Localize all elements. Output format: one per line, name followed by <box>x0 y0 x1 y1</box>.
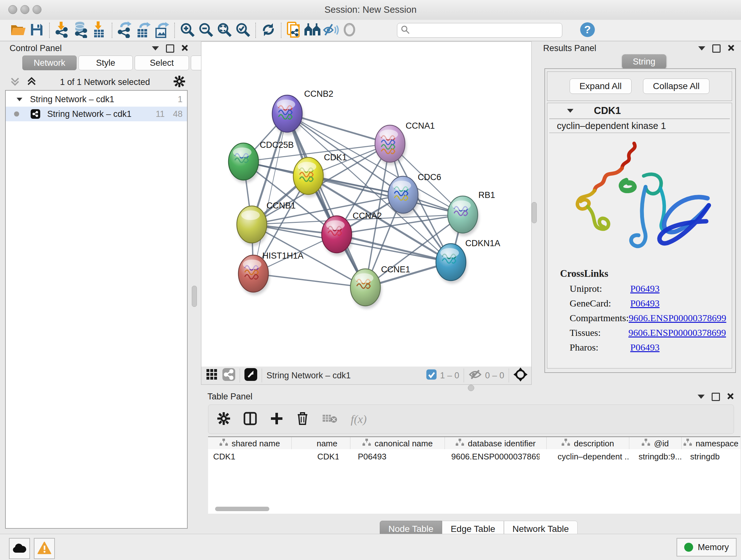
network-row-selected[interactable]: String Network – cdk1 11 48 <box>6 107 187 121</box>
show-columns-icon[interactable] <box>244 412 257 427</box>
column-header[interactable]: canonical name <box>350 437 445 450</box>
string-home-button[interactable] <box>303 22 322 39</box>
grid-view-icon[interactable] <box>206 368 218 383</box>
delete-column-icon[interactable] <box>296 412 309 427</box>
zoom-fit-button[interactable] <box>215 22 233 39</box>
tab-network[interactable]: Network <box>22 56 77 70</box>
collapse-all-networks-icon[interactable] <box>10 76 20 88</box>
zoom-out-button[interactable] <box>197 22 215 39</box>
crosslink-link[interactable]: 9606.ENSP00000378699 <box>629 313 726 323</box>
table-settings-gear-icon[interactable] <box>217 412 230 426</box>
column-header[interactable]: name <box>292 437 350 450</box>
hidden-count-badge: 0 – 0 <box>468 369 504 382</box>
gene-header[interactable]: CDK1 <box>547 103 732 118</box>
crosslink-link[interactable]: 9606.ENSP00000378699 <box>628 327 726 338</box>
birdseye-icon[interactable] <box>514 368 528 384</box>
crosslinks-list: Uniprot:P06493 GeneCard:P06493 Compartme… <box>569 281 726 355</box>
collapse-all-button[interactable]: Collapse All <box>643 78 710 94</box>
column-type-icon <box>219 439 228 449</box>
selected-checkbox-icon[interactable] <box>426 369 437 382</box>
network-node-HIST1H1A[interactable] <box>239 255 270 295</box>
network-node-CDC6[interactable] <box>388 176 419 216</box>
results-panel-menu-icon[interactable] <box>698 46 705 51</box>
warnings-button[interactable] <box>34 538 55 559</box>
table-hscrollbar[interactable] <box>208 507 740 514</box>
network-node-CCNE1[interactable] <box>350 269 382 309</box>
network-node-CCNB2[interactable] <box>272 95 304 135</box>
hidden-eye-icon <box>468 369 482 382</box>
ribbon-strand <box>621 180 635 191</box>
network-node-label: CDC6 <box>418 172 441 182</box>
zoom-selected-button[interactable] <box>233 22 252 39</box>
table-panel-close-icon[interactable] <box>727 393 734 401</box>
crosslink-link[interactable]: P06493 <box>630 283 660 294</box>
column-header[interactable]: database identifier <box>445 437 547 450</box>
results-panel-title: Results Panel <box>543 44 596 53</box>
save-icon <box>30 23 44 38</box>
network-node-CDKN1A[interactable] <box>436 244 467 284</box>
open-session-button[interactable] <box>9 22 27 39</box>
table-panel-float-icon[interactable] <box>712 393 720 401</box>
column-header[interactable]: shared name <box>208 437 292 450</box>
import-network-database-button[interactable] <box>71 22 90 39</box>
gene-collapse-icon[interactable] <box>567 109 574 113</box>
import-network-file-button[interactable] <box>53 22 71 39</box>
table-panel-menu-icon[interactable] <box>697 395 704 399</box>
add-column-icon[interactable] <box>270 412 283 426</box>
network-node-CCNA2[interactable] <box>322 216 353 256</box>
tab-string-results[interactable]: String <box>622 54 666 69</box>
network-options-gear-icon[interactable] <box>174 76 185 88</box>
zoom-selected-icon <box>235 22 251 39</box>
zoom-in-button[interactable] <box>178 22 197 39</box>
import-table-button[interactable] <box>90 22 109 39</box>
export-image-button[interactable] <box>152 22 171 39</box>
results-panel-close-icon[interactable] <box>728 44 735 53</box>
cloud-button[interactable] <box>9 538 30 559</box>
crosslink-link[interactable]: P06493 <box>630 342 660 353</box>
help-button[interactable]: ? <box>578 22 597 39</box>
cytoscape-window: { "window": { "title": "Session: New Ses… <box>0 0 741 560</box>
column-header[interactable]: namespace <box>682 437 740 450</box>
network-collection-row[interactable]: String Network – cdk1 1 <box>6 91 187 107</box>
network-edge[interactable] <box>253 273 365 287</box>
column-header[interactable]: @id <box>629 437 681 450</box>
table-row[interactable]: CDK1 CDK1 P06493 9606.ENSP00000378699 cy… <box>208 449 740 462</box>
control-panel-close-icon[interactable] <box>181 44 188 53</box>
network-edge[interactable] <box>253 114 287 273</box>
control-panel-float-icon[interactable] <box>166 44 174 53</box>
expand-all-button[interactable]: Expand All <box>569 78 631 94</box>
network-node-CCNA1[interactable] <box>375 125 406 165</box>
memory-button[interactable]: Memory <box>677 538 737 557</box>
control-panel-menu-icon[interactable] <box>152 46 159 51</box>
eye-slash-icon <box>323 22 339 38</box>
crosslink-link[interactable]: P06493 <box>630 298 660 309</box>
expand-all-networks-icon[interactable] <box>27 76 37 88</box>
network-edge[interactable] <box>287 114 365 287</box>
right-splitter-handle[interactable] <box>532 202 537 223</box>
network-node-CCNB1[interactable] <box>237 206 268 246</box>
show-glass-button[interactable] <box>340 22 359 39</box>
bottom-splitter-handle[interactable] <box>468 385 474 391</box>
share-view-icon[interactable] <box>222 368 235 383</box>
network-node-label: CCNB1 <box>266 201 296 210</box>
column-header[interactable]: description <box>547 437 629 450</box>
window-title: Session: New Session <box>0 4 741 15</box>
export-table-button[interactable] <box>134 22 152 39</box>
apply-layout-button[interactable] <box>259 22 278 39</box>
tab-select[interactable]: Select <box>135 56 189 70</box>
network-edge-count: 48 <box>173 109 183 119</box>
clone-network-button[interactable] <box>285 22 303 39</box>
left-splitter-handle[interactable] <box>192 286 197 307</box>
search-input[interactable] <box>413 25 554 36</box>
save-session-button[interactable] <box>27 22 46 39</box>
network-node-label: CDKN1A <box>465 239 500 248</box>
network-canvas[interactable]: CCNB2CCNA1CDC25BCDK1CDC6RB1CCNB1CCNA2CDK… <box>201 42 532 367</box>
network-node-CDK1[interactable] <box>293 158 325 197</box>
export-network-button[interactable] <box>116 22 134 39</box>
detach-view-icon[interactable] <box>245 368 257 383</box>
hide-glass-button[interactable] <box>322 22 340 39</box>
results-panel-float-icon[interactable] <box>712 44 721 53</box>
tab-style[interactable]: Style <box>78 56 133 70</box>
network-node-RB1[interactable] <box>448 196 479 236</box>
collection-expand-icon[interactable] <box>17 98 22 101</box>
